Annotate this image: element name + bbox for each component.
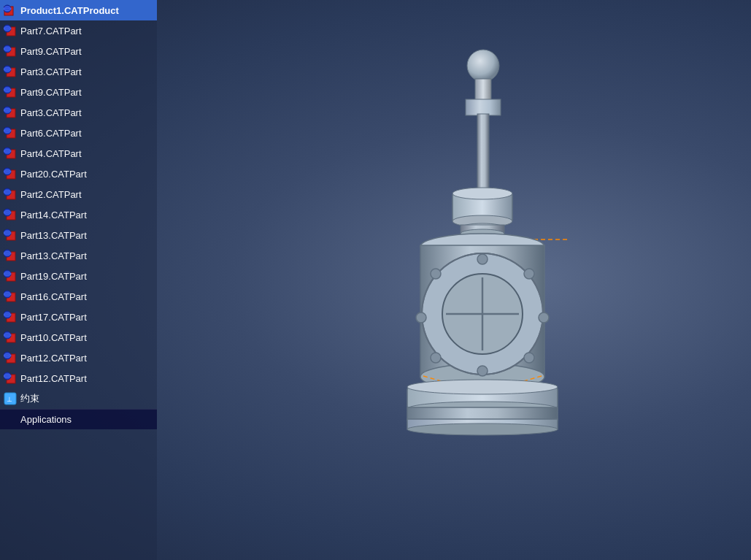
svg-point-35: [407, 423, 558, 435]
tree-item-label: Part10.CATPart: [20, 332, 87, 343]
part-icon: [3, 146, 18, 161]
tree-item-label: Part19.CATPart: [20, 271, 87, 282]
tree-item[interactable]: Part7.CATPart: [0, 20, 157, 41]
tree-item[interactable]: Part13.CATPart: [0, 245, 157, 266]
tree-item[interactable]: ⊥ 约束: [0, 388, 157, 409]
part-icon: [3, 44, 18, 58]
tree-item[interactable]: Part19.CATPart: [0, 266, 157, 286]
svg-point-22: [416, 312, 426, 323]
svg-point-31: [407, 380, 558, 394]
part-icon: [3, 269, 18, 283]
part-icon: [3, 126, 18, 140]
svg-rect-1: [475, 79, 491, 101]
svg-point-5: [452, 188, 512, 199]
tree-item[interactable]: Part10.CATPart: [0, 327, 157, 348]
cad-model-svg: [343, 44, 620, 496]
part-icon: [3, 64, 18, 79]
part-icon: [3, 289, 18, 304]
tree-item[interactable]: Part12.CATPart: [0, 368, 157, 388]
tree-item-label: Part9.CATPart: [20, 46, 82, 57]
tree-item-label: Part14.CATPart: [20, 210, 87, 220]
tree-item[interactable]: Part2.CATPart: [0, 184, 157, 204]
svg-point-0: [467, 50, 499, 82]
constraint-icon: ⊥: [3, 391, 18, 406]
part-icon: [3, 207, 18, 222]
svg-point-19: [524, 353, 534, 363]
part-icon: [3, 350, 18, 365]
tree-item-label: Part7.CATPart: [20, 26, 82, 37]
svg-point-16: [477, 254, 488, 264]
part-icon: [3, 248, 18, 263]
part-icon: [3, 105, 18, 120]
none-icon: [3, 413, 18, 427]
svg-point-17: [524, 269, 534, 279]
product-icon: [3, 3, 18, 18]
tree-item[interactable]: Part6.CATPart: [0, 123, 157, 143]
tree-item-label: Part20.CATPart: [20, 169, 87, 180]
part-icon: [3, 371, 18, 386]
tree-item-label: Part3.CATPart: [20, 66, 82, 77]
tree-item-label: Part13.CATPart: [20, 230, 87, 241]
part-icon: [3, 330, 18, 345]
part-icon: [3, 228, 18, 242]
tree-item-label: Part4.CATPart: [20, 148, 82, 159]
tree-item[interactable]: Applications: [0, 409, 157, 429]
tree-item[interactable]: Part9.CATPart: [0, 82, 157, 102]
svg-text:⊥: ⊥: [7, 396, 12, 403]
tree-item[interactable]: Part20.CATPart: [0, 164, 157, 184]
tree-item[interactable]: Part16.CATPart: [0, 286, 157, 307]
tree-item[interactable]: Part14.CATPart: [0, 204, 157, 225]
tree-item-label: Part12.CATPart: [20, 373, 87, 384]
svg-point-20: [477, 366, 488, 376]
tree-item-label: Part3.CATPart: [20, 107, 82, 118]
part-icon: [3, 187, 18, 202]
tree-item[interactable]: Part3.CATPart: [0, 61, 157, 82]
svg-rect-2: [466, 99, 501, 115]
tree-item-label: Part9.CATPart: [20, 87, 82, 98]
tree-item-label: Part17.CATPart: [20, 312, 87, 323]
tree-item[interactable]: Part3.CATPart: [0, 102, 157, 123]
tree-item-label: Part6.CATPart: [20, 128, 82, 139]
svg-point-21: [431, 353, 441, 363]
tree-item-label: Part2.CATPart: [20, 189, 82, 200]
tree-panel: Product1.CATProduct Part7.CATPart Part9.…: [0, 0, 157, 560]
tree-items-container: Part7.CATPart Part9.CATPart Part3.CATPar…: [0, 20, 157, 429]
tree-item-label: Applications: [20, 414, 72, 425]
tree-root-item[interactable]: Product1.CATProduct: [0, 0, 157, 20]
part-icon: [3, 310, 18, 324]
tree-item-label: Part13.CATPart: [20, 250, 87, 261]
part-icon: [3, 23, 18, 38]
tree-item-label: Part16.CATPart: [20, 291, 87, 302]
tree-item-label: Part12.CATPart: [20, 353, 87, 364]
part-icon: [3, 166, 18, 181]
tree-root-label: Product1.CATProduct: [20, 5, 119, 16]
tree-item[interactable]: Part9.CATPart: [0, 41, 157, 61]
tree-item[interactable]: Part17.CATPart: [0, 307, 157, 327]
tree-item[interactable]: Part12.CATPart: [0, 348, 157, 368]
tree-item[interactable]: Part13.CATPart: [0, 225, 157, 245]
svg-point-23: [431, 269, 441, 279]
tree-item-label: 约束: [20, 392, 39, 405]
part-icon: [3, 85, 18, 99]
svg-rect-3: [477, 114, 489, 194]
tree-item[interactable]: Part4.CATPart: [0, 143, 157, 164]
svg-point-18: [539, 312, 549, 323]
